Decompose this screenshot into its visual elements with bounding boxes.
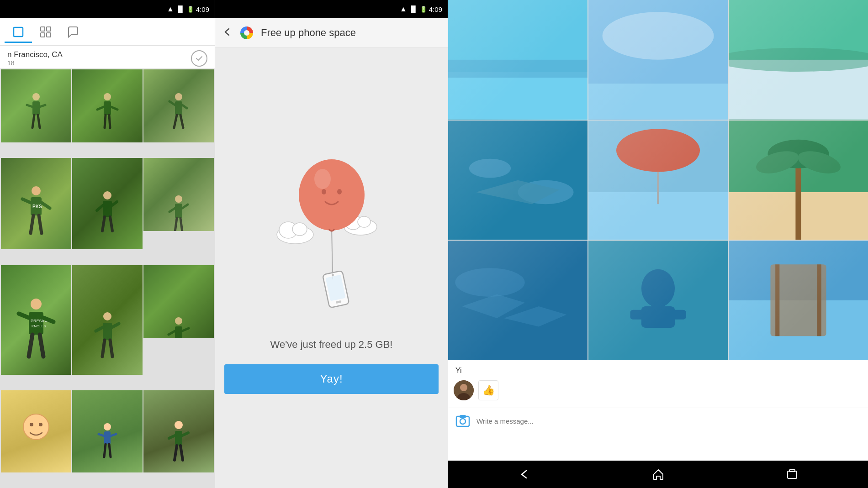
wifi-icon: ▲ [167, 5, 174, 13]
status-bar-freeup: ▲ ▐▌ 🔋 4:09 [215, 0, 448, 18]
svg-point-36 [175, 195, 182, 203]
svg-rect-12 [104, 101, 111, 115]
svg-line-9 [32, 115, 34, 128]
svg-line-52 [96, 327, 103, 331]
svg-line-19 [169, 101, 175, 105]
svg-rect-3 [41, 33, 45, 37]
photo-grid: PKS [0, 68, 215, 488]
photo-cell[interactable] [143, 265, 214, 338]
svg-line-69 [104, 444, 106, 457]
share-photo-pier[interactable] [729, 241, 868, 360]
svg-point-112 [767, 140, 829, 168]
svg-line-46 [19, 314, 29, 318]
svg-line-27 [42, 203, 50, 208]
share-photo-parasail[interactable] [588, 121, 728, 240]
svg-point-5 [32, 93, 40, 100]
share-photo-ocean[interactable] [448, 0, 587, 120]
wifi-icon-2: ▲ [400, 5, 407, 13]
tab-chat[interactable] [59, 21, 87, 43]
photo-cell-field[interactable] [143, 390, 214, 472]
nav-bar [448, 461, 868, 488]
share-photo-sharks[interactable] [448, 241, 587, 360]
svg-point-56 [175, 317, 182, 325]
photo-cell-large[interactable]: PKS [1, 158, 71, 249]
photo-cell[interactable] [1, 69, 71, 142]
svg-point-101 [729, 48, 868, 72]
svg-point-98 [603, 12, 714, 60]
svg-point-85 [299, 159, 365, 231]
attach-photo-button[interactable] [454, 412, 472, 430]
panel-share: Yi 👍 [448, 0, 868, 488]
back-button[interactable] [222, 27, 233, 39]
tab-grid-view[interactable] [32, 21, 59, 43]
svg-line-26 [22, 199, 31, 203]
yay-button[interactable]: Yay! [224, 364, 439, 394]
svg-line-39 [182, 205, 188, 208]
svg-rect-99 [729, 0, 868, 60]
freed-message: We've just freed up 2.5 GB! [270, 339, 393, 351]
share-photo-palm[interactable] [729, 121, 868, 240]
photo-cell[interactable] [72, 69, 143, 142]
photo-cell-xlarge[interactable]: PRESIDIO KNOLLS [1, 265, 71, 375]
message-input-row [448, 408, 868, 434]
share-photo-underwater[interactable] [448, 121, 587, 240]
svg-point-71 [175, 421, 183, 429]
svg-line-68 [111, 434, 116, 436]
svg-rect-97 [588, 84, 728, 119]
svg-point-17 [175, 93, 182, 100]
svg-rect-43 [29, 312, 43, 335]
svg-line-67 [99, 434, 104, 436]
svg-line-29 [39, 215, 42, 233]
back-nav-button[interactable] [513, 465, 536, 483]
select-all-button[interactable] [191, 50, 207, 67]
svg-text:PKS: PKS [32, 204, 42, 209]
svg-point-113 [753, 147, 802, 178]
share-photo-grid [448, 0, 868, 360]
svg-rect-57 [175, 326, 182, 338]
svg-rect-51 [103, 323, 112, 340]
svg-line-38 [169, 208, 175, 212]
panel-freeup: ▲ ▐▌ 🔋 4:09 Free up phone space [215, 0, 448, 488]
photo-cell[interactable] [143, 158, 214, 231]
share-photo-beach[interactable] [729, 0, 868, 120]
svg-rect-109 [729, 121, 868, 240]
svg-point-114 [794, 147, 844, 178]
photo-cell-face[interactable] [1, 390, 71, 472]
svg-rect-122 [729, 241, 868, 300]
svg-rect-37 [175, 204, 182, 218]
svg-rect-93 [448, 0, 587, 72]
photo-cell-person[interactable] [72, 390, 143, 472]
svg-rect-120 [630, 310, 647, 320]
svg-rect-119 [641, 306, 675, 328]
svg-rect-0 [14, 27, 23, 37]
location-name: n Francisco, CA [7, 50, 63, 59]
svg-rect-110 [729, 192, 868, 240]
svg-line-49 [40, 335, 43, 357]
svg-line-28 [31, 215, 33, 233]
thumbs-up-button[interactable]: 👍 [478, 380, 498, 400]
recents-nav-button[interactable] [781, 465, 804, 483]
svg-line-7 [27, 105, 32, 107]
svg-rect-100 [729, 60, 868, 120]
home-nav-button[interactable] [647, 465, 670, 483]
user-avatar [454, 380, 474, 400]
photo-cell[interactable] [143, 69, 214, 142]
svg-line-84 [332, 227, 333, 279]
svg-point-65 [104, 423, 111, 430]
svg-line-16 [109, 115, 110, 128]
username-label: Yi [448, 365, 868, 377]
tab-single-view[interactable] [5, 21, 32, 43]
svg-rect-105 [588, 121, 728, 192]
panel-gallery: ▲ ▐▌ 🔋 4:09 n Franc [0, 0, 215, 488]
svg-line-58 [169, 331, 175, 335]
photo-cell[interactable] [72, 158, 143, 249]
share-photo-scuba[interactable] [588, 241, 728, 360]
svg-rect-2 [47, 27, 51, 31]
svg-rect-133 [788, 471, 797, 478]
time-display-2: 4:09 [429, 5, 442, 13]
photo-cell[interactable] [72, 265, 143, 375]
svg-point-131 [460, 419, 466, 424]
share-photo-sky[interactable] [588, 0, 728, 120]
balloon-svg [263, 142, 400, 325]
message-input[interactable] [476, 412, 863, 430]
